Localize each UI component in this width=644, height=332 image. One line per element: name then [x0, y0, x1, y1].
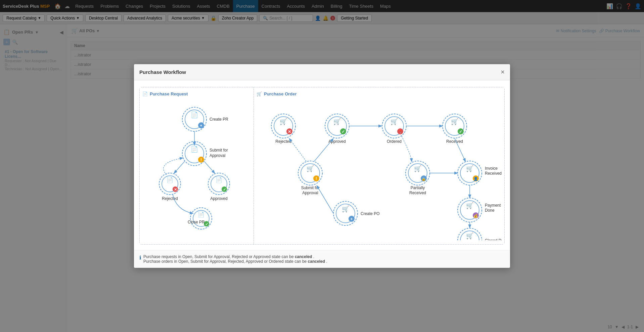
svg-text:!: !: [316, 176, 317, 181]
svg-text:Received: Received: [409, 191, 426, 195]
footer-note1: Purchase requests in Open, Submit for Ap…: [143, 254, 295, 259]
svg-text:🛒: 🛒: [466, 165, 474, 172]
po-section-title: 🛒 Purchase Order: [257, 91, 502, 96]
footer-note1-bold: canceled: [295, 254, 312, 259]
info-icon: ℹ: [139, 255, 141, 261]
svg-text:✓: ✓: [205, 222, 208, 226]
svg-point-68: [406, 161, 430, 185]
svg-text:Partially: Partially: [411, 185, 425, 190]
modal-footer: ℹ Purchase requests in Open, Submit for …: [134, 250, 510, 268]
svg-line-67: [314, 139, 333, 161]
svg-text:Approval: Approval: [302, 191, 318, 195]
footer-note2-end: .: [326, 259, 327, 264]
svg-text:Invoice: Invoice: [485, 166, 498, 171]
svg-text:Received: Received: [446, 139, 463, 144]
svg-text:Submit for: Submit for: [210, 148, 228, 153]
svg-point-91: [458, 198, 482, 222]
create-pr-label: Create PR: [210, 117, 228, 122]
svg-point-45: [382, 114, 406, 138]
svg-text:!: !: [200, 158, 202, 162]
svg-point-27: [190, 208, 212, 229]
footer-note1-end: .: [313, 254, 314, 259]
svg-text:🛒: 🛒: [466, 202, 474, 209]
svg-point-52: [443, 114, 467, 138]
svg-text:Close PR: Close PR: [188, 220, 205, 224]
svg-text:🛒: 🛒: [390, 118, 398, 125]
svg-point-15: [159, 173, 181, 195]
svg-text:🛒: 🛒: [414, 165, 422, 172]
pr-section: 📄 Purchase Request 📄 + Create PR: [140, 87, 254, 244]
modal-overlay[interactable]: Purchase Workflow × 📄 Purchase Request: [0, 0, 644, 332]
svg-text:📄: 📄: [167, 177, 173, 183]
svg-text:✕: ✕: [174, 188, 177, 192]
svg-text:📄: 📄: [216, 177, 222, 183]
svg-text:Closed PO: Closed PO: [485, 238, 502, 240]
po-section-label: Purchase Order: [264, 91, 297, 96]
svg-text:✕: ✕: [288, 129, 291, 134]
po-section-icon: 🛒: [257, 91, 262, 96]
svg-point-59: [298, 161, 322, 185]
svg-text:💰: 💰: [473, 213, 478, 218]
svg-text:Payment: Payment: [485, 203, 501, 208]
svg-point-39: [325, 114, 349, 138]
svg-text:✓: ✓: [341, 129, 345, 134]
pr-workflow-svg: 📄 + Create PR 📄 ! S: [142, 99, 251, 234]
svg-line-13: [174, 161, 185, 173]
modal-close-btn[interactable]: ×: [501, 68, 505, 76]
svg-line-90: [317, 186, 333, 213]
svg-text:Ordered: Ordered: [387, 139, 402, 144]
svg-text:Create PO: Create PO: [361, 211, 380, 216]
svg-text:+: +: [350, 217, 353, 221]
svg-point-21: [208, 173, 230, 195]
svg-text:📍: 📍: [398, 129, 403, 134]
svg-text:✓: ✓: [223, 188, 226, 192]
svg-text:🛒: 🛒: [451, 118, 459, 125]
pr-section-title: 📄 Purchase Request: [142, 91, 251, 96]
po-workflow-svg: 🛒 ✕ Rejected 🛒 ✓ Approved: [257, 99, 502, 240]
svg-text:Rejected: Rejected: [275, 139, 291, 144]
svg-text:Submit for: Submit for: [301, 185, 320, 190]
svg-text:Approval: Approval: [210, 153, 225, 158]
svg-text:📄: 📄: [198, 211, 204, 218]
modal-header: Purchase Workflow ×: [134, 64, 510, 80]
svg-text:🛒: 🛒: [342, 205, 350, 213]
po-section: 🛒 Purchase Order: [254, 87, 504, 244]
svg-text:🛒: 🛒: [466, 232, 474, 240]
svg-text:👤: 👤: [473, 176, 478, 181]
purchase-workflow-modal: Purchase Workflow × 📄 Purchase Request: [134, 64, 510, 268]
svg-text:Rejected: Rejected: [162, 196, 178, 201]
svg-point-84: [333, 201, 358, 225]
svg-text:🛒: 🛒: [333, 118, 341, 125]
pr-section-label: Purchase Request: [150, 91, 188, 96]
footer-text: Purchase requests in Open, Submit for Ap…: [143, 254, 327, 264]
svg-text:🛒: 🛒: [307, 165, 314, 172]
pr-section-icon: 📄: [142, 91, 148, 96]
svg-text:📄: 📄: [191, 146, 198, 153]
footer-note2-bold: canceled: [308, 259, 325, 264]
svg-text:✓: ✓: [459, 129, 462, 134]
modal-body: 📄 Purchase Request 📄 + Create PR: [134, 80, 510, 250]
footer-note2: Purchase orders in Open, Submit for Appr…: [143, 259, 308, 264]
svg-point-75: [458, 161, 482, 185]
svg-line-14: [204, 161, 215, 173]
svg-text:🔒: 🔒: [421, 176, 426, 181]
svg-text:+: +: [200, 123, 202, 128]
svg-point-33: [271, 114, 295, 138]
modal-title: Purchase Workflow: [139, 69, 186, 75]
svg-text:🛒: 🛒: [280, 118, 287, 125]
svg-line-66: [289, 139, 306, 161]
svg-text:Done: Done: [485, 208, 495, 213]
svg-text:Received: Received: [485, 171, 502, 176]
svg-text:Approved: Approved: [210, 196, 227, 201]
svg-text:📄: 📄: [191, 111, 198, 119]
